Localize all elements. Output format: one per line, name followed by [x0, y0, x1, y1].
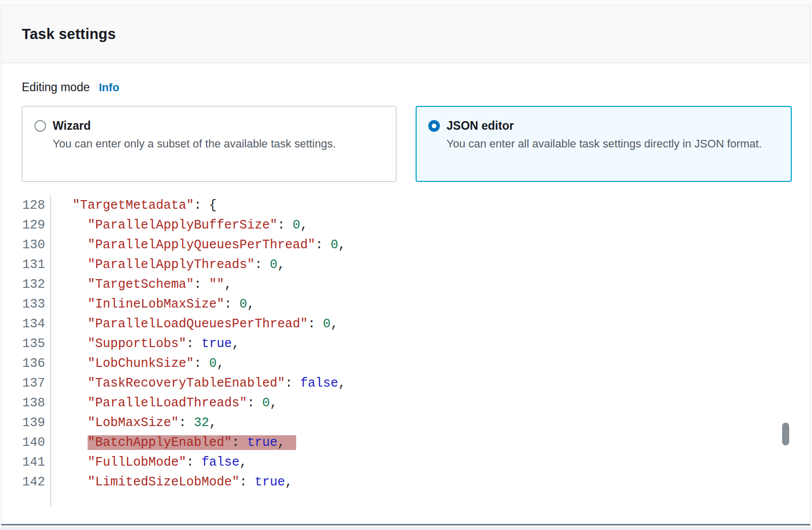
wizard-option-card[interactable]: Wizard You can enter only a subset of th… [22, 106, 396, 182]
line-number: 129 [3, 215, 51, 235]
line-number: 136 [3, 354, 51, 373]
code-line: 129"ParallelApplyBufferSize": 0, [3, 215, 772, 235]
info-link[interactable]: Info [99, 81, 119, 94]
editing-mode-label: Editing mode [22, 81, 90, 94]
code-line: 130"ParallelApplyQueuesPerThread": 0, [3, 235, 772, 255]
line-number: 137 [3, 373, 51, 393]
json-editor-option-title: JSON editor [446, 119, 762, 133]
code-line: 137"TaskRecoveryTableEnabled": false, [3, 373, 772, 393]
wizard-option-title: Wizard [53, 119, 336, 133]
line-number: 133 [3, 294, 51, 314]
code-line: 134"ParallelLoadQueuesPerThread": 0, [3, 314, 772, 334]
line-number: 130 [3, 235, 51, 255]
code-line: 140"BatchApplyEnabled": true, [3, 433, 772, 452]
code-line: 136"LobChunkSize": 0, [3, 354, 772, 373]
line-number: 140 [3, 433, 51, 452]
code-line: 131"ParallelApplyThreads": 0, [3, 255, 772, 275]
wizard-radio-button[interactable] [34, 120, 46, 132]
code-line: 135"SupportLobs": true, [3, 334, 772, 354]
line-number: 139 [3, 413, 51, 433]
line-number: 132 [3, 275, 51, 294]
wizard-option-description: You can enter only a subset of the avail… [53, 136, 336, 152]
highlighted-code: "BatchApplyEnabled": true, [88, 435, 296, 450]
code-line: 139"LobMaxSize": 32, [3, 413, 772, 433]
line-number: 131 [3, 255, 51, 275]
code-line: 141"FullLobMode": false, [3, 452, 772, 472]
json-editor-option-description: You can enter all available task setting… [446, 136, 762, 152]
json-editor-radio-button[interactable] [428, 120, 440, 132]
json-code-editor[interactable]: 128"TargetMetadata": {129"ParallelApplyB… [3, 196, 772, 506]
line-number: 141 [3, 452, 51, 472]
line-number: 134 [3, 314, 51, 334]
vertical-scrollbar-thumb[interactable] [782, 423, 789, 445]
panel-header: Task settings [2, 6, 810, 63]
editing-mode-row: Editing mode Info [22, 81, 119, 94]
code-line: 132"TargetSchema": "", [3, 275, 772, 294]
code-line: 128"TargetMetadata": { [3, 196, 772, 215]
line-number: 135 [3, 334, 51, 354]
code-line: 138"ParallelLoadThreads": 0, [3, 393, 772, 413]
line-number: 142 [3, 472, 51, 492]
json-editor-option-card[interactable]: JSON editor You can enter all available … [416, 106, 792, 182]
page-bottom-strip [0, 527, 812, 530]
task-settings-panel: Task settings Editing mode Info Wizard Y… [1, 5, 810, 525]
code-line: 142"LimitedSizeLobMode": true, [3, 472, 772, 492]
line-number: 128 [3, 196, 51, 215]
line-number: 138 [3, 393, 51, 413]
page-title: Task settings [22, 26, 116, 43]
code-line: 133"InlineLobMaxSize": 0, [3, 294, 772, 314]
code-line-empty [3, 492, 772, 506]
